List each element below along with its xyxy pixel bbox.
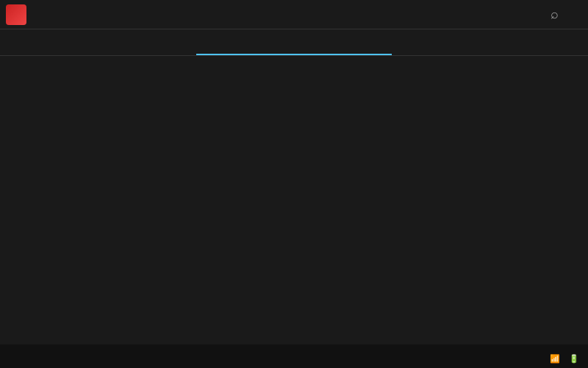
app-list bbox=[0, 56, 588, 344]
tab-3rd-apps[interactable] bbox=[196, 29, 392, 55]
battery-icon: 🔋 bbox=[569, 354, 579, 364]
tab-bar bbox=[0, 29, 588, 56]
top-bar: ⌕ bbox=[0, 0, 588, 29]
top-icons: ⌕ bbox=[551, 7, 582, 22]
status-bar: 📶 🔋 bbox=[550, 354, 579, 364]
bottom-bar: 📶 🔋 bbox=[0, 344, 588, 368]
search-icon[interactable]: ⌕ bbox=[551, 7, 559, 22]
tab-installer[interactable] bbox=[392, 29, 588, 55]
tab-system-apps[interactable] bbox=[0, 29, 196, 55]
signal-icon: 📶 bbox=[550, 354, 560, 364]
app-logo bbox=[6, 4, 26, 25]
